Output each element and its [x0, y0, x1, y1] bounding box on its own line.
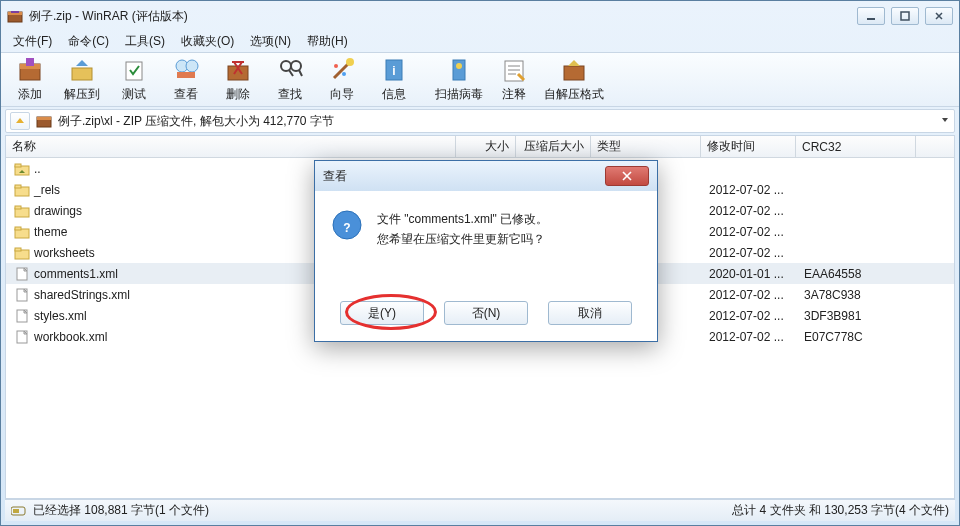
dialog-message: 文件 "comments1.xml" 已修改。 您希望在压缩文件里更新它吗？	[377, 209, 548, 287]
menu-file[interactable]: 文件(F)	[7, 31, 58, 52]
folder-icon	[14, 224, 30, 240]
svg-point-15	[346, 58, 354, 66]
close-button[interactable]	[925, 7, 953, 25]
svg-point-21	[456, 63, 462, 69]
path-dropdown-icon[interactable]	[940, 114, 950, 128]
svg-rect-7	[72, 68, 92, 80]
archive-icon	[36, 113, 52, 129]
cell-mtime: 2012-07-02 ...	[703, 246, 798, 260]
maximize-button[interactable]	[891, 7, 919, 25]
col-size[interactable]: 大小	[456, 136, 516, 157]
file-name: sharedStrings.xml	[34, 288, 130, 302]
file-name: _rels	[34, 183, 60, 197]
folder-icon	[14, 182, 30, 198]
cell-crc: 3DF3B981	[798, 309, 918, 323]
svg-rect-6	[26, 58, 34, 66]
toolbar-info[interactable]: i 信息	[369, 55, 419, 105]
svg-point-13	[281, 61, 291, 71]
menu-favorites[interactable]: 收藏夹(O)	[175, 31, 240, 52]
extract-icon	[68, 56, 96, 84]
dialog-titlebar[interactable]: 查看	[315, 161, 657, 191]
menu-tools[interactable]: 工具(S)	[119, 31, 171, 52]
delete-icon	[224, 56, 252, 84]
nav-up-button[interactable]	[10, 112, 30, 130]
folder-icon	[14, 245, 30, 261]
pathbar: 例子.zip\xl - ZIP 压缩文件, 解包大小为 412,770 字节	[5, 109, 955, 133]
titlebar[interactable]: 例子.zip - WinRAR (评估版本)	[1, 1, 959, 31]
main-window: 例子.zip - WinRAR (评估版本) 文件(F) 命令(C) 工具(S)…	[0, 0, 960, 526]
window-title: 例子.zip - WinRAR (评估版本)	[29, 8, 857, 25]
dialog-line2: 您希望在压缩文件里更新它吗？	[377, 229, 548, 249]
svg-rect-29	[15, 185, 21, 188]
file-name: comments1.xml	[34, 267, 118, 281]
folder-icon	[14, 203, 30, 219]
wizard-icon	[328, 56, 356, 84]
file-icon	[14, 287, 30, 303]
file-icon	[14, 266, 30, 282]
cell-mtime: 2012-07-02 ...	[703, 288, 798, 302]
cell-mtime: 2020-01-01 ...	[703, 267, 798, 281]
toolbar-comment[interactable]: 注释	[489, 55, 539, 105]
svg-rect-35	[15, 248, 21, 251]
svg-text:i: i	[392, 64, 395, 78]
app-icon	[7, 8, 23, 24]
toolbar-view[interactable]: 查看	[161, 55, 211, 105]
cell-crc: 3A78C938	[798, 288, 918, 302]
file-icon	[14, 329, 30, 345]
menubar: 文件(F) 命令(C) 工具(S) 收藏夹(O) 选项(N) 帮助(H)	[1, 31, 959, 53]
toolbar-scan[interactable]: 扫描病毒	[431, 55, 487, 105]
scan-icon	[445, 56, 473, 84]
menu-help[interactable]: 帮助(H)	[301, 31, 354, 52]
cell-crc: E07C778C	[798, 330, 918, 344]
status-right: 总计 4 文件夹 和 130,253 字节(4 个文件)	[732, 502, 949, 519]
col-type[interactable]: 类型	[591, 136, 701, 157]
col-mtime[interactable]: 修改时间	[701, 136, 796, 157]
col-crc[interactable]: CRC32	[796, 136, 916, 157]
menu-commands[interactable]: 命令(C)	[62, 31, 115, 52]
sfx-icon	[560, 56, 588, 84]
svg-rect-3	[901, 12, 909, 20]
cancel-button[interactable]: 取消	[548, 301, 632, 325]
dialog-close-button[interactable]	[605, 166, 649, 186]
file-name: theme	[34, 225, 67, 239]
file-name: ..	[34, 162, 41, 176]
dialog-title: 查看	[323, 168, 605, 185]
status-left: 已经选择 108,881 字节(1 个文件)	[33, 502, 209, 519]
toolbar-delete[interactable]: 删除	[213, 55, 263, 105]
file-name: styles.xml	[34, 309, 87, 323]
status-icon	[11, 505, 27, 517]
toolbar-extract[interactable]: 解压到	[57, 55, 107, 105]
toolbar: 添加 解压到 测试 查看 删除 查找 向导 i 信息	[1, 53, 959, 107]
file-name: workbook.xml	[34, 330, 107, 344]
cell-mtime: 2012-07-02 ...	[703, 183, 798, 197]
path-text[interactable]: 例子.zip\xl - ZIP 压缩文件, 解包大小为 412,770 字节	[58, 113, 934, 130]
toolbar-sfx[interactable]: 自解压格式	[541, 55, 607, 105]
toolbar-wizard[interactable]: 向导	[317, 55, 367, 105]
no-button[interactable]: 否(N)	[444, 301, 528, 325]
col-name[interactable]: 名称	[6, 136, 456, 157]
col-packed[interactable]: 压缩后大小	[516, 136, 591, 157]
view-icon	[172, 56, 200, 84]
svg-rect-41	[13, 509, 19, 513]
dialog-line1: 文件 "comments1.xml" 已修改。	[377, 209, 548, 229]
menu-options[interactable]: 选项(N)	[244, 31, 297, 52]
yes-button[interactable]: 是(Y)	[340, 301, 424, 325]
svg-rect-33	[15, 227, 21, 230]
window-controls	[857, 7, 953, 25]
toolbar-add[interactable]: 添加	[5, 55, 55, 105]
svg-rect-25	[37, 117, 51, 120]
archive-add-icon	[16, 56, 44, 84]
toolbar-test[interactable]: 测试	[109, 55, 159, 105]
file-icon	[14, 308, 30, 324]
test-icon	[120, 56, 148, 84]
cell-mtime: 2012-07-02 ...	[703, 225, 798, 239]
svg-point-10	[186, 60, 198, 72]
minimize-button[interactable]	[857, 7, 885, 25]
svg-point-17	[342, 72, 346, 76]
comment-icon	[500, 56, 528, 84]
svg-point-14	[291, 61, 301, 71]
statusbar: 已经选择 108,881 字节(1 个文件) 总计 4 文件夹 和 130,25…	[5, 499, 955, 521]
folder-icon	[14, 161, 30, 177]
file-name: drawings	[34, 204, 82, 218]
toolbar-find[interactable]: 查找	[265, 55, 315, 105]
